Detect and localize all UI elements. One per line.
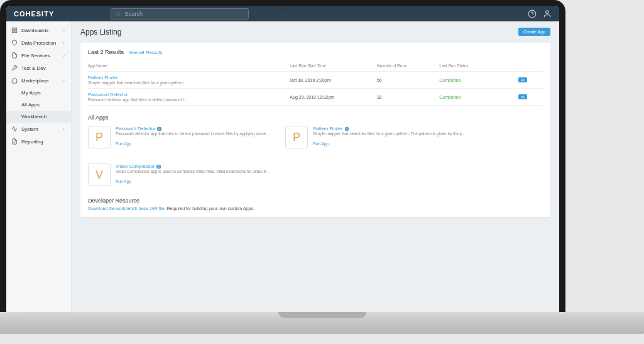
sidebar-item-file-services[interactable]: File Services [6, 49, 71, 62]
store-icon [11, 77, 18, 84]
sidebar-item-dashboards[interactable]: Dashboards [6, 24, 71, 36]
col-runs: Number of Runs [377, 64, 434, 68]
see-all-results-link[interactable]: See all Results [129, 50, 162, 55]
app-tile-letter: V [88, 164, 111, 186]
svg-rect-7 [15, 31, 17, 33]
file-icon [11, 52, 18, 58]
chevron-right-icon [62, 53, 66, 58]
app-card-name[interactable]: Video Compressor [116, 164, 155, 169]
svg-rect-5 [12, 28, 14, 30]
sidebar: Dashboards Data Protection File Services… [6, 21, 72, 312]
run-app-link[interactable]: Run App [116, 141, 131, 146]
sidebar-item-label: Data Protection [21, 40, 56, 46]
svg-point-4 [546, 11, 549, 14]
run-app-link[interactable]: Run App [313, 141, 329, 146]
svg-point-0 [116, 12, 119, 15]
chevron-right-icon [62, 41, 66, 45]
table-row: Password Detector Password detector app … [88, 89, 543, 106]
app-desc: Simple mapper that searches files for a … [88, 80, 285, 85]
app-tile-letter: P [285, 126, 308, 148]
sidebar-item-reporting[interactable]: Reporting [6, 135, 71, 148]
app-card-desc: Simple mapper that searches files for a … [313, 131, 467, 136]
col-name: App Name [88, 64, 285, 68]
svg-rect-6 [15, 28, 17, 30]
developer-resource-title: Developer Resource [88, 197, 543, 204]
run-count: 32 [377, 95, 434, 99]
results-header: Last 2 Results [88, 49, 124, 55]
sidebar-item-label: Marketplace [21, 78, 49, 84]
app-card: P Pattern Finder 0 Simple mapper that se… [285, 126, 467, 148]
app-name-link[interactable]: Password Detector [88, 92, 285, 97]
app-card-desc: Video Compressor app is used to compress… [116, 169, 270, 174]
run-count: 56 [377, 78, 434, 82]
sidebar-item-marketplace[interactable]: Marketplace [6, 74, 71, 87]
app-card: P Password Detector 0 Password detector … [88, 126, 270, 148]
run-start-time: Aug 29, 2019 12:22pm [290, 95, 372, 99]
activity-icon [11, 126, 18, 132]
sidebar-item-label: System [21, 126, 38, 132]
search-icon [115, 11, 121, 17]
report-icon [11, 138, 18, 145]
sidebar-item-label: File Services [21, 53, 50, 58]
search-container[interactable] [111, 8, 249, 19]
download-jar-link[interactable]: Download the workbench base JAR file. [88, 206, 166, 211]
table-header-row: App Name Last Run Start Time Number of R… [88, 60, 543, 72]
run-start-time: Oct 18, 2019 2:26pm [290, 78, 372, 82]
help-icon[interactable] [528, 9, 537, 18]
chevron-down-icon [62, 79, 66, 83]
col-status: Last Run Status [439, 64, 513, 68]
search-input[interactable] [125, 11, 245, 17]
run-status: Completed [439, 95, 513, 99]
svg-line-1 [119, 15, 121, 16]
app-badge: 0 [157, 127, 161, 131]
app-card: V Video Compressor 0 Video Compressor ap… [88, 164, 270, 186]
sidebar-sub-all-apps[interactable]: All Apps [6, 99, 71, 111]
all-apps-title: All Apps [88, 114, 543, 121]
create-app-button[interactable]: Create App [518, 28, 550, 36]
sidebar-item-data-protection[interactable]: Data Protection [6, 36, 71, 49]
svg-rect-8 [12, 31, 14, 33]
chevron-right-icon [62, 28, 66, 33]
sidebar-item-system[interactable]: System [6, 123, 71, 135]
sidebar-item-label: Reporting [21, 139, 43, 145]
chevron-right-icon [62, 127, 66, 131]
app-card-name[interactable]: Password Detector [116, 126, 155, 131]
sidebar-sub-workbench[interactable]: Workbench [6, 111, 71, 123]
page-title: Apps Listing [80, 28, 550, 36]
dashboard-icon [11, 27, 18, 33]
run-status: Completed [439, 78, 513, 82]
app-badge: 0 [345, 127, 349, 131]
user-icon[interactable] [543, 9, 552, 18]
col-start: Last Run Start Time [290, 64, 372, 68]
sidebar-item-label: Test & Dev [21, 65, 46, 71]
run-app-link[interactable]: Run App [116, 179, 131, 184]
sidebar-item-test-dev[interactable]: Test & Dev [6, 62, 71, 74]
app-card-name[interactable]: Pattern Finder [313, 126, 343, 131]
results-card: Last 2 Results See all Results App Name … [80, 43, 550, 217]
sidebar-sub-my-apps[interactable]: My Apps [6, 87, 71, 99]
app-name-link[interactable]: Pattern Finder [88, 75, 285, 80]
more-actions-icon[interactable]: ••• [518, 77, 527, 82]
sidebar-item-label: Dashboards [21, 28, 48, 33]
wrench-icon [11, 65, 18, 71]
dev-resource-text: Required for building your own custom Ap… [166, 206, 254, 211]
app-tile-letter: P [88, 126, 111, 148]
brand-logo: COHESITY [14, 10, 54, 18]
shield-icon [11, 40, 18, 46]
more-actions-icon[interactable]: ••• [518, 94, 527, 99]
app-desc: Password detector app that tries to dete… [88, 97, 285, 102]
main-content: Create App Apps Listing Last 2 Results S… [72, 21, 559, 312]
app-card-desc: Password detector app that tries to dete… [116, 131, 270, 136]
table-row: Pattern Finder Simple mapper that search… [88, 72, 543, 89]
app-badge: 0 [156, 165, 161, 169]
